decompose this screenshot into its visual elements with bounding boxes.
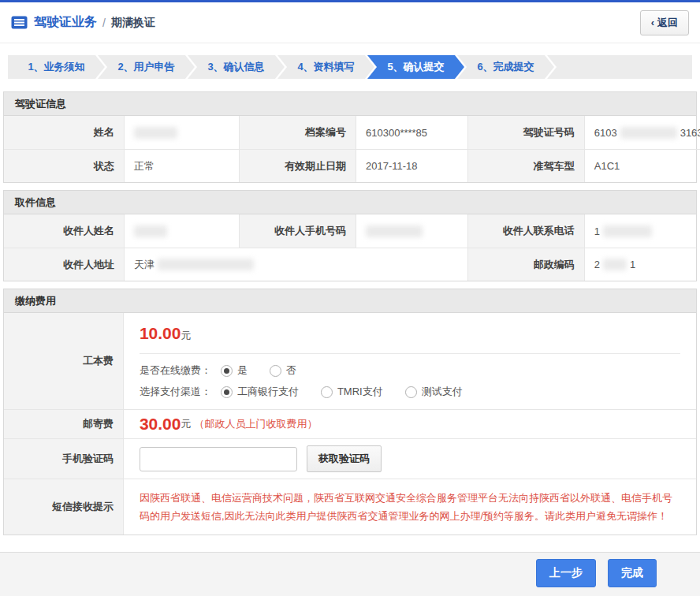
recipient-address-value: 天津 bbox=[124, 248, 467, 281]
radio-pay-online-no[interactable] bbox=[270, 365, 281, 377]
fees-section: 缴纳费用 工本费 10.00元 是否在线缴费： 是 否 选择支付渠道： 工商银行… bbox=[3, 289, 697, 535]
license-number-value: 61033163X bbox=[584, 116, 700, 149]
previous-step-button[interactable]: 上一步 bbox=[536, 559, 596, 587]
work-fee-amount: 10.00 bbox=[140, 324, 181, 342]
radio-channel-icbc-label: 工商银行支付 bbox=[237, 385, 299, 399]
step-4-fill-data[interactable]: 4、资料填写 bbox=[277, 55, 374, 79]
sms-code-label: 手机验证码 bbox=[4, 439, 124, 479]
recipient-phone-value: 1 bbox=[584, 214, 696, 248]
radio-channel-test-label: 测试支付 bbox=[422, 385, 463, 399]
step-bar-filler bbox=[547, 55, 692, 79]
breadcrumb-divider: / bbox=[102, 17, 106, 29]
postcode-value: 21 bbox=[584, 248, 696, 281]
status-value: 正常 bbox=[124, 149, 239, 182]
back-button[interactable]: ‹返回 bbox=[640, 10, 689, 35]
radio-channel-icbc[interactable] bbox=[221, 386, 233, 398]
postage-fee-label: 邮寄费 bbox=[4, 410, 124, 438]
step-2-user-declaration[interactable]: 2、用户申告 bbox=[98, 55, 195, 79]
redacted-license-number bbox=[620, 127, 677, 139]
expiry-label: 有效期止日期 bbox=[239, 149, 356, 182]
recipient-name-value bbox=[124, 214, 239, 248]
sms-tip-row: 短信接收提示 因陕西省联通、电信运营商技术问题，陕西省互联网交通安全综合服务管理… bbox=[4, 479, 696, 535]
sms-tip-label: 短信接收提示 bbox=[4, 479, 124, 535]
status-label: 状态 bbox=[4, 149, 124, 182]
pickup-info-section: 取件信息 收件人姓名 收件人手机号码 收件人联系电话 1 收件人地址 天津 邮政… bbox=[3, 190, 697, 281]
step-wizard: 1、业务须知 2、用户申告 3、确认信息 4、资料填写 5、确认提交 6、完成提… bbox=[8, 55, 692, 79]
postage-fee-row: 邮寄费 30.00元 （邮政人员上门收取费用） bbox=[4, 409, 696, 438]
postage-fee-amount: 30.00 bbox=[140, 415, 181, 434]
expiry-value: 2017-11-18 bbox=[356, 149, 467, 182]
vehicle-class-value: A1C1 bbox=[584, 149, 700, 182]
redacted-name bbox=[134, 127, 177, 139]
sms-code-input[interactable] bbox=[140, 447, 297, 471]
vehicle-class-label: 准驾车型 bbox=[467, 149, 584, 182]
radio-channel-tmri-label: TMRI支付 bbox=[337, 385, 383, 399]
finish-button[interactable]: 完成 bbox=[608, 559, 657, 587]
fees-section-title: 缴纳费用 bbox=[4, 289, 696, 313]
file-number-value: 610300****85 bbox=[356, 116, 467, 149]
breadcrumb-current: 期满换证 bbox=[111, 16, 155, 30]
license-number-label: 驾驶证号码 bbox=[467, 116, 584, 149]
step-3-confirm-info[interactable]: 3、确认信息 bbox=[188, 55, 285, 79]
get-sms-code-button[interactable]: 获取验证码 bbox=[307, 445, 382, 472]
radio-pay-online-yes[interactable] bbox=[221, 365, 233, 377]
work-fee-row: 工本费 10.00元 是否在线缴费： 是 否 选择支付渠道： 工商银行支付 TM… bbox=[4, 313, 696, 409]
footer-action-bar: 上一步 完成 bbox=[0, 552, 700, 596]
recipient-address-label: 收件人地址 bbox=[4, 248, 124, 281]
postcode-label: 邮政编码 bbox=[467, 248, 584, 281]
pickup-section-title: 取件信息 bbox=[4, 191, 696, 214]
radio-channel-tmri[interactable] bbox=[321, 386, 333, 398]
page-title: 驾驶证业务 bbox=[34, 14, 97, 31]
redacted-recipient-mobile bbox=[366, 225, 423, 237]
postage-fee-note: （邮政人员上门收取费用） bbox=[194, 417, 317, 431]
step-1-business-notes[interactable]: 1、业务须知 bbox=[8, 55, 105, 79]
recipient-name-label: 收件人姓名 bbox=[4, 214, 124, 248]
license-business-icon bbox=[11, 16, 28, 29]
page-header: 驾驶证业务 / 期满换证 ‹返回 bbox=[0, 2, 700, 43]
fee-divider bbox=[140, 353, 680, 354]
radio-pay-online-no-label: 否 bbox=[286, 363, 296, 378]
recipient-phone-label: 收件人联系电话 bbox=[467, 214, 584, 248]
work-fee-label: 工本费 bbox=[4, 313, 124, 409]
redacted-postcode bbox=[603, 259, 627, 270]
chevron-left-icon: ‹ bbox=[651, 17, 654, 28]
recipient-mobile-label: 收件人手机号码 bbox=[239, 214, 356, 248]
sms-code-row: 手机验证码 获取验证码 bbox=[4, 438, 696, 479]
name-value bbox=[124, 116, 239, 149]
license-section-title: 驾驶证信息 bbox=[4, 92, 696, 116]
pay-channel-label: 选择支付渠道： bbox=[140, 385, 211, 399]
redacted-recipient-phone bbox=[603, 225, 652, 237]
step-5-confirm-submit[interactable]: 5、确认提交 bbox=[367, 55, 464, 79]
sms-tip-text: 因陕西省联通、电信运营商技术问题，陕西省互联网交通安全综合服务管理平台无法向持陕… bbox=[140, 479, 680, 535]
license-info-section: 驾驶证信息 姓名 档案编号 610300****85 驾驶证号码 6103316… bbox=[3, 91, 697, 183]
radio-pay-online-yes-label: 是 bbox=[237, 363, 248, 378]
redacted-recipient-name bbox=[134, 225, 167, 237]
online-pay-option-line: 是否在线缴费： 是 否 bbox=[140, 363, 680, 378]
radio-channel-test[interactable] bbox=[405, 386, 417, 398]
online-pay-label: 是否在线缴费： bbox=[140, 363, 211, 378]
name-label: 姓名 bbox=[4, 116, 124, 149]
file-number-label: 档案编号 bbox=[239, 116, 356, 149]
pay-channel-option-line: 选择支付渠道： 工商银行支付 TMRI支付 测试支付 bbox=[140, 385, 680, 399]
recipient-mobile-value bbox=[356, 214, 467, 248]
redacted-recipient-address bbox=[158, 259, 254, 270]
step-6-finish-submit[interactable]: 6、完成提交 bbox=[457, 55, 554, 79]
